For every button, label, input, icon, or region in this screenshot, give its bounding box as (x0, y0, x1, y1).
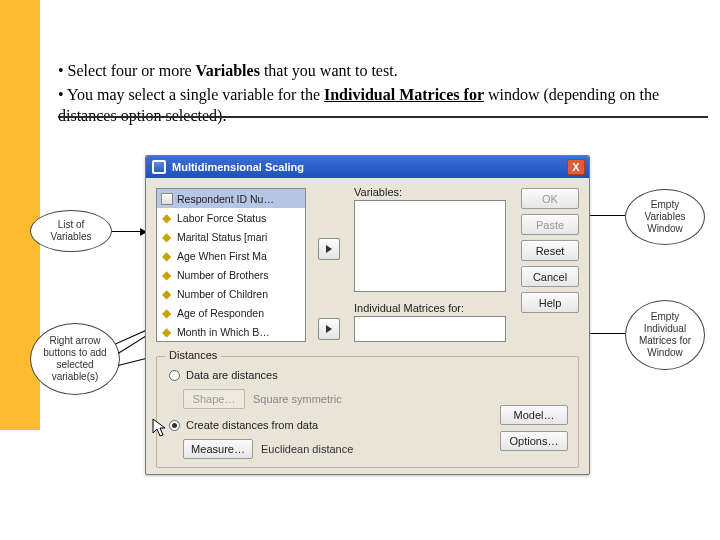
reset-button[interactable]: Reset (521, 240, 579, 261)
radio-create-distances[interactable]: Create distances from data (169, 419, 318, 431)
titlebar[interactable]: Multidimensional Scaling X (146, 156, 589, 178)
nominal-icon: ◆ (160, 211, 173, 224)
model-button[interactable]: Model… (500, 405, 568, 425)
cursor-icon (152, 418, 168, 438)
list-item[interactable]: ◆Labor Force Status (157, 208, 305, 227)
shape-value: Square symmetric (253, 393, 342, 405)
button-column: OK Paste Reset Cancel Help (521, 188, 579, 318)
transfer-variables-button[interactable] (318, 238, 340, 260)
measure-value: Euclidean distance (261, 443, 353, 455)
indiv-label: Individual Matrices for: (354, 302, 464, 314)
list-item[interactable]: ◆Number of Brothers (157, 265, 305, 284)
measure-button[interactable]: Measure… (183, 439, 253, 459)
distances-group: Distances Data are distances Shape… Squa… (156, 356, 579, 468)
bubble-right-arrow: Right arrow buttons to add selected vari… (30, 323, 120, 395)
group-label: Distances (165, 349, 221, 361)
nominal-icon: ◆ (160, 268, 173, 281)
cancel-button[interactable]: Cancel (521, 266, 579, 287)
list-item[interactable]: ◆Age When First Ma (157, 246, 305, 265)
list-item[interactable]: Respondent ID Nu… (157, 189, 305, 208)
nominal-icon: ◆ (160, 306, 173, 319)
nominal-icon: ◆ (160, 325, 173, 338)
shape-button: Shape… (183, 389, 245, 409)
ok-button[interactable]: OK (521, 188, 579, 209)
app-icon (152, 160, 166, 174)
list-item[interactable]: ◆Marital Status [mari (157, 227, 305, 246)
bubble-empty-variables: Empty Variables Window (625, 189, 705, 245)
help-button[interactable]: Help (521, 292, 579, 313)
bubble-list-of-variables: List of Variables (30, 210, 112, 252)
options-button[interactable]: Options… (500, 431, 568, 451)
nominal-icon: ◆ (160, 287, 173, 300)
variables-label: Variables: (354, 186, 402, 198)
nominal-icon: ◆ (160, 230, 173, 243)
nominal-icon: ◆ (160, 249, 173, 262)
dialog-title: Multidimensional Scaling (172, 161, 304, 173)
radio-data-are-distances[interactable]: Data are distances (169, 369, 278, 381)
list-item[interactable]: ◆Number of Children (157, 284, 305, 303)
bubble-empty-indiv: Empty Individual Matrices for Window (625, 300, 705, 370)
close-icon[interactable]: X (567, 159, 585, 175)
dialog-multidimensional-scaling: Multidimensional Scaling X Respondent ID… (145, 155, 590, 475)
list-item[interactable]: ◆Month in Which B… (157, 322, 305, 341)
variable-list[interactable]: Respondent ID Nu… ◆Labor Force Status ◆M… (156, 188, 306, 342)
transfer-indiv-button[interactable] (318, 318, 340, 340)
indiv-target[interactable] (354, 316, 506, 342)
variables-target[interactable] (354, 200, 506, 292)
scale-icon (160, 192, 173, 205)
list-item[interactable]: ◆Age of Responden (157, 303, 305, 322)
instruction-text: • Select four or more Variables that you… (58, 60, 700, 129)
paste-button[interactable]: Paste (521, 214, 579, 235)
